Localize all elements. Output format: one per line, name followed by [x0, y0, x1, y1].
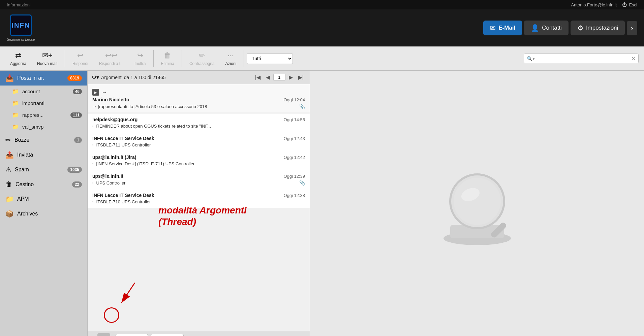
sidebar-item-bozze[interactable]: ✏ Bozze 1: [0, 133, 87, 147]
message-row[interactable]: ▶ → Marino Nicoletto Oggi 12:04 → [rappr…: [88, 84, 310, 113]
reply-icon: ↩: [77, 51, 83, 60]
sidebar-item-archives[interactable]: 📦 Archives: [0, 206, 87, 221]
msg-sender: Marino Nicoletto: [92, 97, 129, 102]
archive-icon: 📦: [5, 210, 14, 218]
logo-text: INFN: [12, 22, 30, 29]
separator-2: [153, 50, 154, 67]
msg-sender: INFN Lecce IT Service Desk: [92, 136, 154, 141]
msg-time: Oggi 12:39: [283, 174, 305, 179]
azioni-button[interactable]: ··· Azioni: [221, 49, 241, 68]
more-icon: ›: [631, 24, 633, 32]
thread-group-1: ▶ → Marino Nicoletto Oggi 12:04 → [rappr…: [88, 84, 310, 113]
list-settings-button[interactable]: ⚙▾: [92, 74, 99, 80]
msg-time: Oggi 12:04: [283, 97, 305, 102]
flag-icon: ✏: [199, 51, 205, 60]
bullet-icon: •: [92, 200, 94, 204]
rispondi-button[interactable]: ↩ Rispondi: [68, 49, 93, 68]
message-row[interactable]: helpdesk@ggus.org Oggi 14:56 • REMINDER …: [88, 113, 310, 132]
drafts-icon: ✏: [5, 136, 11, 144]
folder-icon-rappres: 📁: [12, 112, 19, 118]
inbox-icon: 📥: [5, 74, 14, 82]
settings-nav-button[interactable]: ⚙ Impostazioni: [571, 21, 625, 35]
msg-sender: INFN Lecce IT Service Desk: [92, 193, 154, 198]
folder-icon-val-smvp: 📁: [12, 124, 19, 130]
msg-subject: ITSDLE-710 UPS Controller: [96, 199, 305, 204]
bullet-icon: •: [92, 181, 94, 185]
user-email: Antonio.Forte@le.infn.it: [571, 2, 617, 7]
message-row[interactable]: ups@le.infn.it Oggi 12:39 • UPS Controll…: [88, 170, 310, 189]
rispondi-a-button[interactable]: ↩↩ Rispondi a t...: [94, 49, 128, 68]
filter-select[interactable]: Tutti Non letti Con allegati Contrassegn…: [247, 53, 293, 64]
separator-1: [65, 50, 65, 67]
trash-icon-sidebar: 🗑: [5, 180, 12, 188]
compact-view-button[interactable]: 📷: [97, 333, 110, 336]
bullet-icon: •: [92, 143, 94, 147]
message-row[interactable]: ups@le.infn.it (Jira) Oggi 12:42 • [INFN…: [88, 151, 310, 170]
sidebar-settings-button[interactable]: ⚙ ▾: [0, 331, 87, 336]
sidebar-item-spam[interactable]: ⚠ Spam 1035: [0, 162, 87, 177]
actions-icon: ···: [228, 51, 234, 60]
email-icon: ✉: [490, 24, 496, 32]
sidebar-subitem-importanti[interactable]: 📁 importanti: [0, 97, 87, 109]
attachment-icon: 📎: [299, 104, 305, 109]
msg-subject: UPS Controller: [96, 180, 297, 186]
seleziona-select[interactable]: Seleziona: [116, 334, 148, 336]
reply-all-icon: ↩↩: [105, 51, 117, 60]
sidebar-item-apm[interactable]: 📁 APM: [0, 192, 87, 206]
spam-icon: ⚠: [5, 166, 11, 174]
sidebar-item-inviata[interactable]: 📤 Inviata: [0, 147, 87, 162]
folder-icon-account: 📁: [12, 88, 19, 95]
msg-time: Oggi 12:38: [283, 193, 305, 198]
attachment-icon: 📎: [299, 180, 305, 186]
sidebar-subitem-val-smvp[interactable]: 📁 val_smvp: [0, 121, 87, 133]
app-info-label: Informazioni: [7, 2, 31, 7]
argomenti-select[interactable]: Argomenti: [151, 334, 184, 336]
message-row[interactable]: INFN Lecce IT Service Desk Oggi 12:43 • …: [88, 132, 310, 151]
message-row[interactable]: INFN Lecce IT Service Desk Oggi 12:38 • …: [88, 189, 310, 208]
settings-gear-icon: ⚙: [5, 335, 11, 336]
folder-icon-importanti: 📁: [12, 100, 19, 106]
msg-subject: [INFN Service Desk] (ITSDLE-711) UPS Con…: [96, 161, 305, 166]
sidebar-subitem-account[interactable]: 📁 account 46: [0, 86, 87, 97]
msg-time: Oggi 12:42: [283, 155, 305, 160]
next-page-button[interactable]: ▶: [287, 73, 295, 81]
folder-icon-apm: 📁: [5, 195, 14, 203]
forward-arrow-icon: →: [102, 89, 107, 95]
nuova-mail-button[interactable]: ✉+ Nuova mail: [32, 49, 62, 68]
logo-subtitle: Sezione di Lecce: [7, 37, 35, 41]
search-area: 🔍▾ ✕: [524, 54, 639, 63]
logout-button[interactable]: ⏻ Esci: [622, 2, 637, 7]
separator-4: [244, 50, 244, 67]
svg-point-3: [454, 178, 501, 225]
sent-icon: 📤: [5, 151, 14, 159]
gear-icon: ⚙: [577, 24, 583, 32]
contacts-nav-button[interactable]: 👤 Contatti: [524, 21, 569, 35]
msg-subject: REMINDER about open GGUS tickets related…: [96, 124, 305, 129]
email-nav-button[interactable]: ✉ E-Mail: [483, 21, 522, 35]
preview-placeholder: [430, 161, 524, 255]
list-header-text: Argomenti da 1 a 100 di 21465: [101, 75, 165, 80]
logo-area: INFN Sezione di Lecce: [7, 14, 35, 41]
prev-page-button[interactable]: ◀: [264, 73, 272, 81]
separator-3: [182, 50, 182, 67]
first-page-button[interactable]: |◀: [253, 73, 263, 81]
sidebar-subitem-rappres[interactable]: 📁 rappres... 111: [0, 109, 87, 121]
contrassegna-button[interactable]: ✏ Contrassegna: [185, 49, 219, 68]
search-input[interactable]: [537, 56, 631, 61]
aggiorna-button[interactable]: ⇄ Aggiorna: [5, 49, 31, 68]
thread-expand-icon[interactable]: ▶: [92, 89, 99, 96]
forward-icon: ↪: [137, 51, 143, 60]
search-clear-button[interactable]: ✕: [631, 55, 636, 62]
sidebar-item-cestino[interactable]: 🗑 Cestino 22: [0, 177, 87, 192]
page-number-input[interactable]: 1: [273, 74, 285, 81]
trash-icon: 🗑: [164, 51, 171, 60]
inoltra-button[interactable]: ↪ Inoltra: [130, 49, 150, 68]
last-page-button[interactable]: ▶|: [296, 73, 306, 81]
refresh-icon: ⇄: [15, 51, 21, 60]
sidebar-item-inbox[interactable]: 📥 Posta in ar. 8319: [0, 71, 87, 86]
msg-sender: ups@le.infn.it (Jira): [92, 155, 136, 160]
msg-subject: ITSDLE-711 UPS Controller: [96, 142, 305, 147]
elimina-button[interactable]: 🗑 Elimina: [156, 49, 179, 68]
msg-sender: helpdesk@ggus.org: [92, 117, 137, 122]
more-nav-button[interactable]: ›: [627, 21, 637, 35]
